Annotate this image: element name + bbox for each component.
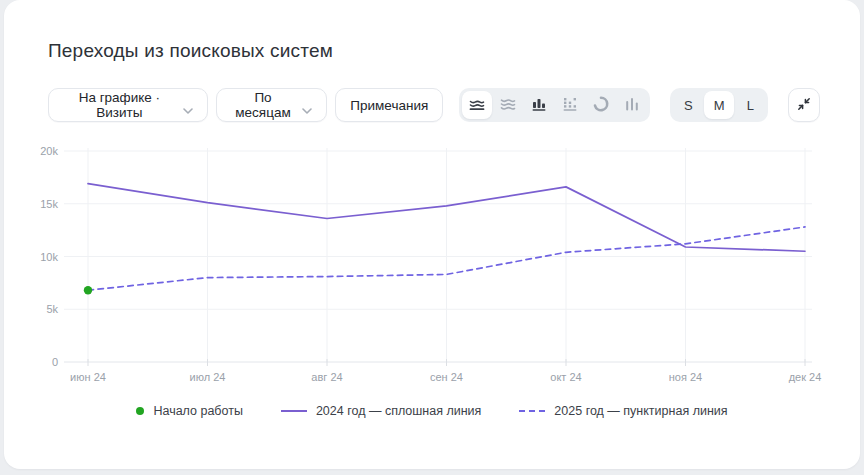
svg-text:окт 24: окт 24 [550,371,581,383]
stacked-area-chart-icon [499,95,517,116]
size-large-label: L [747,98,754,113]
line-chart-icon [468,95,486,116]
svg-text:20k: 20k [40,145,58,157]
svg-text:15k: 15k [40,198,58,210]
collapse-widget-button[interactable] [788,88,820,122]
legend-annotation-label: Начало работы [153,404,242,418]
chart-type-area-button[interactable] [493,91,523,119]
size-large-button[interactable]: L [735,91,765,119]
svg-text:июл 24: июл 24 [190,371,226,383]
chart-type-donut-button[interactable] [586,91,616,119]
chart-canvas: 05k10k15k20kиюн 24июл 24авг 24сен 24окт … [24,138,844,390]
period-dropdown[interactable]: По месяцам [216,88,328,122]
column-chart-icon [623,95,641,116]
size-small-label: S [684,98,693,113]
chart-legend: Начало работы 2024 год — сплошная линия … [4,404,860,418]
controls-row: На графике · Визиты По месяцам Примечани… [48,88,820,122]
chart-type-stacked-bar-button[interactable] [555,91,585,119]
chevron-down-icon [302,102,312,108]
solid-line-swatch-icon [281,410,307,412]
chart-type-switcher [459,88,650,122]
size-small-button[interactable]: S [673,91,703,119]
chart-size-switcher: S M L [670,88,768,122]
svg-text:ноя 24: ноя 24 [669,371,702,383]
legend-2024-label: 2024 год — сплошная линия [316,404,481,418]
green-dot-icon [136,407,144,415]
size-medium-button[interactable]: M [704,91,734,119]
chart-widget-card: Переходы из поисковых систем На графике … [4,0,860,469]
legend-item-2024[interactable]: 2024 год — сплошная линия [281,404,481,418]
page-title: Переходы из поисковых систем [48,40,333,62]
bar-chart-icon [530,95,548,116]
stacked-bar-chart-icon [561,95,579,116]
line-chart-plot[interactable]: 05k10k15k20kиюн 24июл 24авг 24сен 24окт … [24,138,844,390]
chart-type-line-button[interactable] [462,91,492,119]
chart-type-column-button[interactable] [617,91,647,119]
period-dropdown-label: По месяцам [231,90,296,120]
legend-item-2025[interactable]: 2025 год — пунктирная линия [519,404,727,418]
chevron-down-icon [183,102,193,108]
svg-text:авг 24: авг 24 [311,371,342,383]
svg-text:дек 24: дек 24 [789,371,822,383]
svg-text:сен 24: сен 24 [430,371,463,383]
collapse-arrows-icon [796,96,812,115]
svg-text:июн 24: июн 24 [70,371,106,383]
metric-dropdown-label: На графике · Визиты [63,90,176,120]
size-medium-label: M [714,98,725,113]
svg-text:5k: 5k [46,303,58,315]
legend-item-annotation[interactable]: Начало работы [136,404,242,418]
notes-button-label: Примечания [350,98,428,113]
svg-text:0: 0 [52,356,58,368]
legend-2025-label: 2025 год — пунктирная линия [554,404,727,418]
svg-text:10k: 10k [40,251,58,263]
notes-button[interactable]: Примечания [335,88,443,122]
metric-dropdown[interactable]: На графике · Визиты [48,88,208,122]
dashed-line-swatch-icon [519,410,545,412]
donut-chart-icon [592,95,610,116]
chart-type-bar-button[interactable] [524,91,554,119]
